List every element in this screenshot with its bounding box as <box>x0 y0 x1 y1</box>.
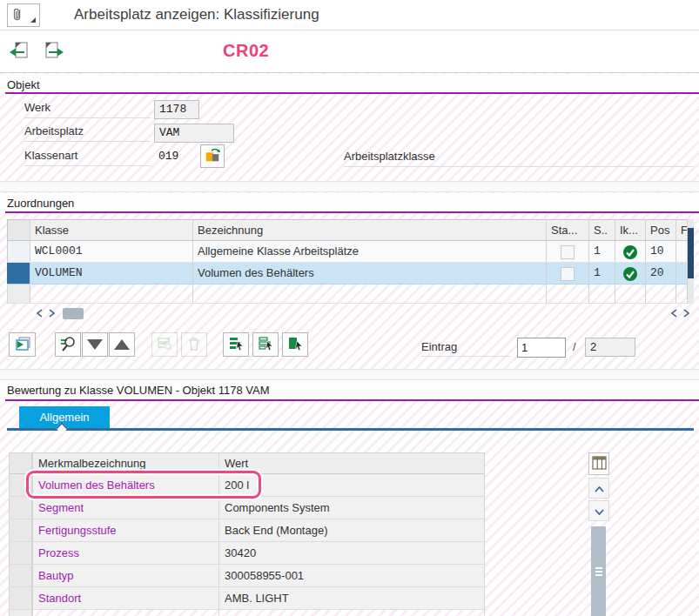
dropdown-caret-icon <box>30 17 36 23</box>
scroll-left-icon[interactable] <box>668 307 680 319</box>
next-entry-button[interactable] <box>82 332 108 357</box>
merkmal-wert[interactable]: AMB. LIGHT <box>219 587 485 610</box>
arrow-down-icon <box>87 339 103 350</box>
cell-bezeichnung[interactable]: Allgemeine Klasse Arbeitsplätze <box>193 241 547 263</box>
row-selector-active[interactable] <box>7 263 30 285</box>
back-button[interactable] <box>7 39 33 64</box>
merkmale-table: Merkmalbezeichnung Wert Volumen des Behä… <box>9 452 485 616</box>
col-header-wert: Wert <box>219 452 485 474</box>
deselect-all-button[interactable] <box>282 332 308 357</box>
exit-icon <box>42 40 64 64</box>
cell-f <box>676 241 688 263</box>
change-class-type-button[interactable] <box>200 144 225 168</box>
chevron-down-icon <box>595 505 604 518</box>
col-header-ikone[interactable]: Ik... <box>615 219 646 241</box>
merkmale-scrollbar-thumb[interactable] <box>591 526 606 616</box>
cell-status <box>547 263 589 285</box>
merkmal-row: Segment Components System <box>9 497 485 519</box>
merkmal-link[interactable]: Volumen des Behälters <box>38 479 155 492</box>
select-all-icon <box>228 336 245 354</box>
merkmal-row: Prozess 30420 <box>9 542 485 565</box>
empty-table-row[interactable] <box>7 285 688 304</box>
cell-s: 1 <box>589 263 615 285</box>
table-row[interactable]: WCL0001 Allgemeine Klasse Arbeitsplätze … <box>7 241 688 263</box>
back-icon <box>9 40 31 64</box>
zuordnungen-table: Klasse Bezeichnung Sta... S.. Ik... Pos … <box>7 219 688 304</box>
scroll-right-icon[interactable] <box>45 307 57 319</box>
merkmal-wert[interactable]: Components System <box>219 497 485 519</box>
application-toolbar <box>0 30 699 73</box>
select-all-button[interactable] <box>223 332 249 357</box>
merkmal-link[interactable]: Segment <box>38 501 84 514</box>
section-separator-2 <box>0 369 699 380</box>
merkmal-link[interactable]: Bautyp <box>38 569 73 582</box>
exit-button[interactable] <box>40 39 66 64</box>
merkmal-wert[interactable]: 300058955-001 <box>219 565 485 587</box>
cell-bezeichnung[interactable]: Volumen des Behälters <box>193 263 547 285</box>
cell-klasse[interactable]: VOLUMEN <box>30 263 193 285</box>
row-selector[interactable] <box>7 285 30 304</box>
zuordnungen-vertical-scrollbar[interactable] <box>688 219 694 304</box>
klassenart-description: Arbeitsplatzklasse <box>344 150 694 167</box>
bewertung-section-title: Bewertung zu Klasse VOLUMEN - Objekt 117… <box>7 384 270 397</box>
col-header-klasse[interactable]: Klasse <box>30 219 193 241</box>
title-bar: Arbeitsplatz anzeigen: Klassifizierung <box>0 0 699 30</box>
change-class-type-icon <box>204 146 221 166</box>
eintrag-input[interactable] <box>517 338 566 358</box>
table-row-selected[interactable]: VOLUMEN Volumen des Behälters 1 20 <box>7 263 688 285</box>
col-header-merkmalbezeichnung: Merkmalbezeichnung <box>32 452 219 474</box>
col-header-status[interactable]: Sta... <box>547 219 589 241</box>
cell-klasse[interactable]: WCL0001 <box>30 241 193 263</box>
merkmal-link[interactable]: Standort <box>38 592 81 605</box>
previous-entry-button[interactable] <box>109 332 135 357</box>
werk-field: 1178 <box>154 100 199 119</box>
scroll-left-icon[interactable] <box>33 307 45 319</box>
tab-strip-line <box>7 428 694 431</box>
other-entry-button[interactable] <box>9 332 36 357</box>
merkmal-row: Standort AMB. LIGHT <box>9 587 485 610</box>
cell-ikone <box>615 263 646 285</box>
zuordnungen-horizontal-scrollbar[interactable] <box>7 304 694 323</box>
vertical-scrollbar-thumb[interactable] <box>688 228 694 278</box>
find-button[interactable] <box>55 332 81 357</box>
status-checkbox[interactable] <box>561 245 575 259</box>
search-icon <box>59 335 77 355</box>
sap-window: Arbeitsplatz anzeigen: Klassifizierung C… <box>0 0 699 616</box>
select-block-button[interactable] <box>252 332 279 357</box>
col-header-s[interactable]: S.. <box>589 219 615 241</box>
merkmal-link[interactable]: Fertigungsstufe <box>38 524 117 537</box>
merkmal-link[interactable]: Prozess <box>38 546 79 559</box>
scroll-down-button[interactable] <box>588 500 609 521</box>
col-header-f[interactable]: F <box>676 219 688 241</box>
cell-s: 1 <box>589 241 615 263</box>
select-all-corner[interactable] <box>7 219 30 241</box>
arrow-up-icon <box>114 339 130 350</box>
delete-row-button <box>181 332 207 357</box>
scroll-up-button[interactable] <box>588 478 609 499</box>
status-checkbox[interactable] <box>561 267 575 281</box>
eintrag-total: 2 <box>585 338 635 357</box>
scroll-right-icon[interactable] <box>680 307 692 319</box>
col-header-pos[interactable]: Pos <box>646 219 676 241</box>
merkmal-wert[interactable]: 200 l <box>219 474 485 497</box>
ok-status-icon <box>623 267 637 281</box>
merkmal-wert[interactable]: 30420 <box>219 542 485 565</box>
arbeitsplatz-label: Arbeitsplatz <box>24 124 151 142</box>
klassenart-label: Klassenart <box>24 149 151 166</box>
new-window-icon <box>14 336 31 354</box>
horizontal-scrollbar-thumb[interactable] <box>63 308 84 319</box>
merkmal-row: Fertigungsstufe Back End (Montage) <box>9 519 485 542</box>
merkmale-header-row: Merkmalbezeichnung Wert <box>9 452 485 474</box>
chevron-up-icon <box>595 482 604 495</box>
services-for-object-button[interactable] <box>7 3 40 27</box>
zuordnungen-title-band <box>0 193 699 211</box>
scrollbar-grip <box>595 567 602 576</box>
zuordnungen-section-rule <box>5 211 699 213</box>
page-title: Arbeitsplatz anzeigen: Klassifizierung <box>74 6 319 23</box>
row-selector[interactable] <box>7 241 30 263</box>
table-settings-button[interactable] <box>588 452 609 475</box>
merkmal-wert[interactable]: Back End (Montage) <box>219 519 485 542</box>
col-header-bezeichnung[interactable]: Bezeichnung <box>193 219 547 241</box>
cell-ikone <box>615 241 646 263</box>
transaction-code-annotation: CR02 <box>223 41 269 61</box>
